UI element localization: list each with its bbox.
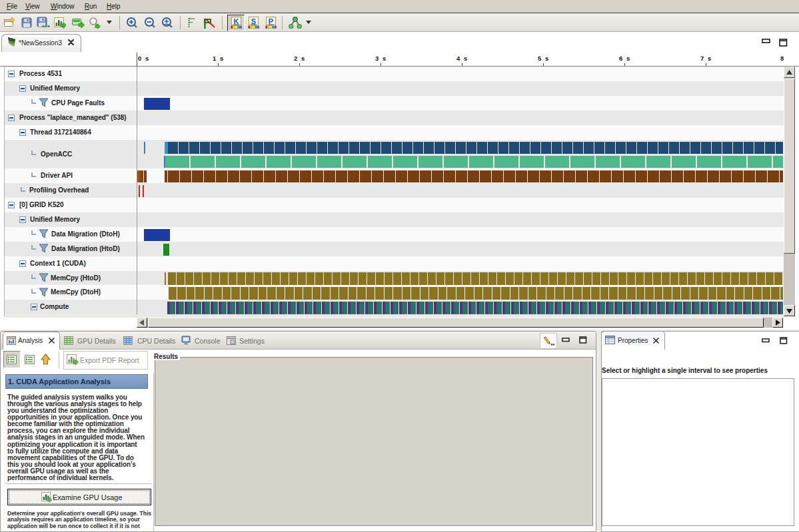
svg-text:S: S: [251, 17, 256, 25]
svg-text:P: P: [269, 17, 273, 25]
svg-text:K: K: [234, 17, 239, 25]
